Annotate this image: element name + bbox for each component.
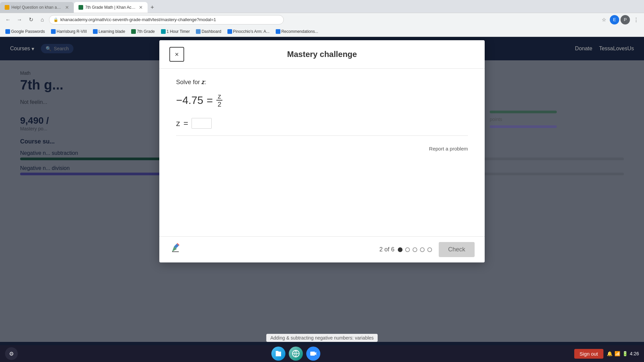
bookmark-learning-icon <box>93 29 98 34</box>
address-text: khanacademy.org/math/cc-seventh-grade-ma… <box>60 17 216 22</box>
bookmark-recommendations-label: Recommendations... <box>281 29 318 34</box>
bookmarks-bar: Google Passwords Harrisburg R-VIII Learn… <box>0 26 644 37</box>
bottom-hint: Adding & subtracting negative numbers: v… <box>266 334 378 342</box>
sign-out-button[interactable]: Sign out <box>574 349 603 359</box>
bookmark-pinocchio-label: Pinocchio's Arm: A... <box>233 29 270 34</box>
fraction-numerator: z <box>216 93 222 101</box>
bookmark-recommendations[interactable]: Recommendations... <box>274 28 320 35</box>
taskbar-center <box>21 347 571 361</box>
system-icon-1: 🔔 <box>607 351 612 356</box>
address-bar[interactable]: 🔒 khanacademy.org/math/cc-seventh-grade-… <box>49 15 284 24</box>
tab-help-close[interactable]: ✕ <box>65 5 69 10</box>
forward-button[interactable]: → <box>15 15 24 24</box>
bookmark-dashboard-icon <box>196 29 201 34</box>
solve-label: Solve for z: <box>176 79 468 86</box>
dot-5 <box>427 247 432 252</box>
pencil-icon[interactable] <box>169 242 181 257</box>
wifi-icon: 📶 <box>614 351 620 356</box>
equation: −4.75 = z 2 <box>176 93 468 108</box>
bookmark-passwords-icon <box>5 29 10 34</box>
bookmark-7th-grade-label: 7th Grade <box>137 29 155 34</box>
divider <box>176 135 468 136</box>
taskbar-system-icon[interactable]: ⚙ <box>5 347 18 360</box>
fraction-denominator: 2 <box>216 101 223 108</box>
tab-bar: Help! Question on khan acade... ✕ 7th Gr… <box>0 0 644 13</box>
bookmark-passwords[interactable]: Google Passwords <box>3 28 47 35</box>
tab-ka-label: 7th Grade Math | Khan Academy <box>85 5 136 10</box>
nav-bar: ← → ↻ ⌂ 🔒 khanacademy.org/math/cc-sevent… <box>0 13 644 26</box>
new-tab-button[interactable]: + <box>148 3 157 12</box>
bookmark-pinocchio-icon <box>227 29 232 34</box>
tab-help-label: Help! Question on khan acade... <box>11 5 62 10</box>
dot-1 <box>398 247 402 252</box>
tab-help[interactable]: Help! Question on khan acade... ✕ <box>0 2 74 13</box>
taskbar-browser-app[interactable] <box>289 347 303 361</box>
bookmark-harrisburg-icon <box>51 29 56 34</box>
equation-equals: = <box>207 94 213 107</box>
taskbar-system-icons: 🔔 📶 🔋 4:26 <box>607 351 639 356</box>
taskbar-zoom-app[interactable] <box>306 347 320 361</box>
ka-favicon <box>78 5 83 10</box>
equation-left: −4.75 <box>176 94 203 107</box>
bookmark-star-icon[interactable]: ☆ <box>599 15 608 24</box>
check-button[interactable]: Check <box>439 242 475 257</box>
refresh-button[interactable]: ↻ <box>26 15 36 24</box>
bookmark-pinocchio[interactable]: Pinocchio's Arm: A... <box>225 28 272 35</box>
menu-icon[interactable]: ⋮ <box>631 15 641 24</box>
modal-header: × Mastery challenge <box>159 40 485 69</box>
tab-ka-close[interactable]: ✕ <box>139 5 143 10</box>
solve-variable: z <box>202 79 205 85</box>
lock-icon: 🔒 <box>53 17 58 22</box>
answer-var: z <box>176 119 180 128</box>
taskbar: ⚙ Sign out 🔔 📶 🔋 4:2 <box>0 345 644 362</box>
nav-right: ☆ E P ⋮ <box>599 15 641 24</box>
bookmark-timer[interactable]: 1 Hour Timer <box>159 28 192 35</box>
svg-rect-2 <box>310 352 315 356</box>
tab-ka[interactable]: 7th Grade Math | Khan Academy ✕ <box>74 2 148 13</box>
modal-title: Mastery challenge <box>287 50 357 59</box>
answer-input[interactable] <box>192 118 212 129</box>
home-button[interactable]: ⌂ <box>38 15 47 24</box>
modal-body: Solve for z: −4.75 = z 2 z = Report a pr… <box>159 69 485 236</box>
bookmark-passwords-label: Google Passwords <box>11 29 45 34</box>
bookmark-learning-label: Learning blade <box>99 29 125 34</box>
profile-icon[interactable]: P <box>621 15 630 24</box>
answer-row: z = <box>176 118 468 129</box>
bookmark-recommendations-icon <box>276 29 280 34</box>
answer-equals: = <box>183 119 188 128</box>
modal-footer: 2 of 6 Check <box>159 236 485 262</box>
dot-4 <box>420 247 425 252</box>
progress-indicator: 2 of 6 <box>379 246 432 253</box>
mastery-challenge-modal: × Mastery challenge Solve for z: −4.75 =… <box>159 40 485 262</box>
bookmark-timer-icon <box>161 29 166 34</box>
dot-3 <box>413 247 417 252</box>
progress-dots <box>398 247 432 252</box>
dot-2 <box>405 247 410 252</box>
bookmark-7th-grade-icon <box>131 29 136 34</box>
bookmark-dashboard[interactable]: Dashboard <box>194 28 223 35</box>
battery-icon: 🔋 <box>622 351 628 356</box>
help-favicon <box>5 5 9 10</box>
bookmark-harrisburg[interactable]: Harrisburg R-VIII <box>49 28 89 35</box>
bookmark-dashboard-label: Dashboard <box>202 29 221 34</box>
taskbar-right: Sign out 🔔 📶 🔋 4:26 <box>574 349 639 359</box>
bookmark-harrisburg-label: Harrisburg R-VIII <box>57 29 87 34</box>
taskbar-files-app[interactable] <box>271 347 285 361</box>
bookmark-learning[interactable]: Learning blade <box>91 28 127 35</box>
report-problem-link[interactable]: Report a problem <box>176 142 468 155</box>
taskbar-time: 4:26 <box>630 351 639 356</box>
fraction: z 2 <box>216 93 223 108</box>
bookmark-7th-grade[interactable]: 7th Grade <box>129 28 157 35</box>
modal-close-button[interactable]: × <box>169 47 184 62</box>
extension-icon[interactable]: E <box>610 15 619 24</box>
progress-text: 2 of 6 <box>379 246 394 253</box>
bookmark-timer-label: 1 Hour Timer <box>167 29 190 34</box>
back-button[interactable]: ← <box>3 15 13 24</box>
